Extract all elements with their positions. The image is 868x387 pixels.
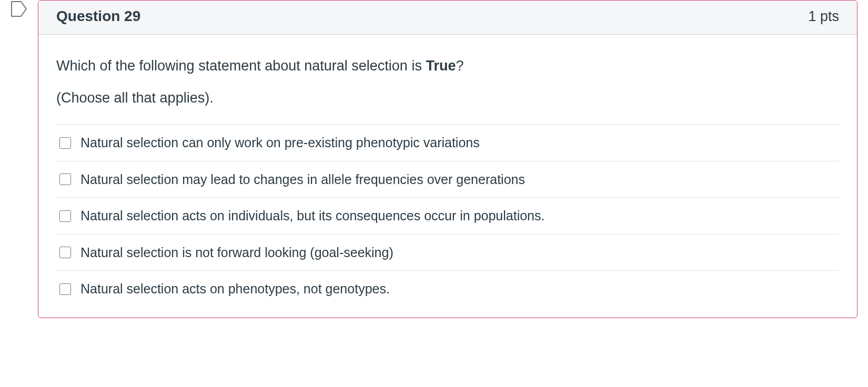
answer-row: Natural selection may lead to changes in… <box>56 161 839 198</box>
question-body: Which of the following statement about n… <box>38 35 857 318</box>
answer-checkbox[interactable] <box>59 283 71 295</box>
answer-checkbox[interactable] <box>59 174 71 185</box>
prompt-line-1: Which of the following statement about n… <box>56 56 839 76</box>
question-points: 1 pts <box>808 8 839 25</box>
question-container: Question 29 1 pts Which of the following… <box>11 0 857 318</box>
answer-label[interactable]: Natural selection is not forward looking… <box>80 244 393 261</box>
answer-checkbox[interactable] <box>59 210 71 222</box>
prompt-bold: True <box>426 58 456 74</box>
answer-row: Natural selection acts on individuals, b… <box>56 197 839 234</box>
answer-checkbox[interactable] <box>59 137 71 149</box>
answer-label[interactable]: Natural selection acts on individuals, b… <box>80 207 544 225</box>
bookmark-flag-icon <box>11 1 28 17</box>
answer-row: Natural selection can only work on pre-e… <box>56 124 839 161</box>
question-header: Question 29 1 pts <box>38 1 857 35</box>
answers-list: Natural selection can only work on pre-e… <box>56 124 839 307</box>
question-title: Question 29 <box>56 8 140 25</box>
question-prompt: Which of the following statement about n… <box>56 56 839 108</box>
answer-row: Natural selection is not forward looking… <box>56 234 839 271</box>
answer-checkbox[interactable] <box>59 247 71 258</box>
prompt-prefix: Which of the following statement about n… <box>56 58 426 74</box>
question-nav-icon[interactable] <box>11 1 28 17</box>
answer-label[interactable]: Natural selection may lead to changes in… <box>80 171 525 188</box>
answer-row: Natural selection acts on phenotypes, no… <box>56 270 839 307</box>
answer-label[interactable]: Natural selection acts on phenotypes, no… <box>80 280 390 298</box>
prompt-suffix: ? <box>456 58 463 74</box>
answer-label[interactable]: Natural selection can only work on pre-e… <box>80 134 480 151</box>
question-card: Question 29 1 pts Which of the following… <box>38 0 857 318</box>
prompt-line-2: (Choose all that applies). <box>56 88 839 108</box>
